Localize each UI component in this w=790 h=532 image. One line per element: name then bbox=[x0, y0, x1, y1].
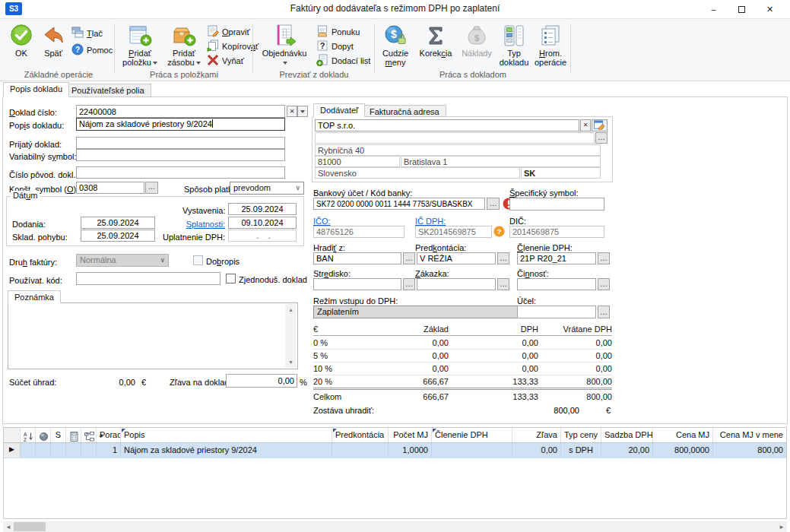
item-row-selected[interactable]: ▶ 1 Nájom za skladové priestory 9/2024 1… bbox=[4, 443, 786, 458]
pouzivat-kod-input[interactable] bbox=[76, 272, 221, 285]
predkontacia-input[interactable] bbox=[417, 252, 496, 264]
divider bbox=[313, 335, 612, 336]
supplier-line2-input[interactable] bbox=[315, 132, 595, 144]
specificky-symbol-input[interactable] bbox=[509, 198, 604, 211]
scroll-down-icon[interactable]: ▾ bbox=[285, 356, 297, 368]
hradit-z-picker-button[interactable]: … bbox=[403, 252, 415, 264]
stredisko-input[interactable] bbox=[313, 278, 401, 290]
back-button[interactable]: Späť bbox=[38, 24, 68, 58]
tab-popis-dokladu[interactable]: Popis dokladu bbox=[3, 82, 69, 97]
tab-poznamka[interactable]: Poznámka bbox=[8, 290, 61, 303]
horizontal-scrollbar[interactable]: ◂ ▸ bbox=[3, 521, 787, 532]
add-stock-button[interactable]: Pridať zásobu bbox=[164, 24, 204, 67]
predkontacia-picker-button[interactable]: … bbox=[497, 252, 509, 264]
sadzba-dph-column-header[interactable]: Sadzba DPH bbox=[601, 428, 653, 442]
tab-pouzivatelske-polia[interactable]: Používateľské polia bbox=[65, 84, 151, 97]
konst-symbol-picker-button[interactable]: … bbox=[145, 182, 158, 194]
remove-item-button[interactable]: Vyňať bbox=[207, 54, 244, 67]
tree-column-header[interactable] bbox=[81, 428, 97, 442]
typ-ceny-column-header[interactable]: Typ ceny bbox=[561, 428, 601, 442]
popis-column-header[interactable]: Popis bbox=[121, 428, 332, 442]
offer-button[interactable]: Ponuku bbox=[316, 25, 360, 38]
edit-item-button[interactable]: Opraviť bbox=[207, 25, 250, 38]
scroll-right-icon[interactable]: ▸ bbox=[776, 521, 787, 532]
ok-button[interactable]: OK bbox=[6, 24, 36, 58]
tab-fakturacna-adresa[interactable]: Fakturačná adresa bbox=[363, 105, 446, 117]
variabilny-symbol-input[interactable] bbox=[76, 149, 285, 161]
order-button[interactable]: Objednávku bbox=[259, 24, 310, 67]
zlava-input[interactable] bbox=[226, 374, 297, 388]
bank-account-input[interactable] bbox=[313, 198, 485, 210]
popis-dokladu-input[interactable]: Nájom za skladové priestory 9/2024 bbox=[76, 118, 285, 131]
poradie-column-header[interactable]: ▲Poradie bbox=[97, 428, 121, 442]
scroll-left-icon[interactable]: ◂ bbox=[3, 521, 14, 532]
close-button[interactable]: ✕ bbox=[756, 0, 784, 18]
pocet-mj-column-header[interactable]: Počet MJ bbox=[389, 428, 432, 442]
dodania-date-input[interactable] bbox=[81, 217, 155, 229]
inquiry-button[interactable]: ? Dopyt bbox=[316, 40, 354, 52]
uplatnenie-dph-date-input[interactable]: . . bbox=[228, 230, 297, 242]
cena-mj-column-header[interactable]: Cena MJ bbox=[653, 428, 713, 442]
supplier-country-field[interactable]: Slovensko bbox=[315, 167, 520, 179]
scroll-up-icon[interactable]: ▴ bbox=[285, 304, 297, 315]
tab-dodavatel[interactable]: Dodávateľ bbox=[313, 103, 365, 117]
bank-account-picker-button[interactable]: … bbox=[487, 198, 500, 210]
ic-dph-link[interactable]: IČ DPH: bbox=[415, 217, 446, 226]
add-item-button[interactable]: Pridať položku bbox=[120, 24, 160, 67]
calc-column-header[interactable] bbox=[66, 428, 81, 442]
doklad-cislo-clear-button[interactable]: ✕ bbox=[287, 106, 297, 117]
prijaty-doklad-input[interactable] bbox=[76, 137, 285, 149]
doklad-cislo-dropdown-button[interactable] bbox=[297, 106, 308, 117]
sklad-pohybu-date-input[interactable] bbox=[81, 230, 155, 242]
supplier-zip-field[interactable]: 81000 bbox=[315, 156, 400, 167]
s-column-header[interactable]: S bbox=[51, 428, 66, 442]
poznamka-scrollbar[interactable]: ▴ ▾ bbox=[285, 304, 297, 368]
supplier-country-code-field[interactable]: SK bbox=[521, 167, 601, 179]
copy-item-button[interactable]: Kopírovať bbox=[207, 40, 259, 52]
bulk-operations-button[interactable]: Hrom. operácie bbox=[532, 24, 569, 67]
foreign-currency-button[interactable]: $ Cudzie meny bbox=[377, 24, 414, 67]
supplier-edit-button[interactable] bbox=[592, 119, 608, 131]
predkontacia-column-header[interactable]: Predkontácia bbox=[332, 428, 389, 442]
cinnost-picker-button[interactable]: … bbox=[598, 278, 610, 290]
minimize-button[interactable]: – bbox=[700, 0, 728, 18]
konst-symbol-input[interactable] bbox=[76, 182, 144, 194]
splatnosti-date-input[interactable] bbox=[228, 217, 297, 229]
doklad-cislo-input[interactable] bbox=[76, 105, 285, 118]
supplier-street-field[interactable]: Rybničná 40 bbox=[315, 144, 601, 156]
zostava-uhradit-value: 800,00 bbox=[494, 406, 579, 415]
supplier-city-field[interactable]: Bratislava 1 bbox=[401, 156, 601, 167]
sphere-column-header[interactable] bbox=[36, 428, 51, 442]
clenenie-dph-input[interactable] bbox=[517, 252, 596, 264]
scrollbar-thumb[interactable] bbox=[14, 522, 46, 531]
document-type-button[interactable]: Typ dokladu bbox=[496, 24, 532, 67]
zakazka-picker-button[interactable]: … bbox=[497, 278, 509, 290]
zjednodus-checkbox[interactable] bbox=[226, 274, 236, 283]
maximize-button[interactable] bbox=[728, 0, 756, 18]
help-button[interactable]: ? Pomoc bbox=[71, 43, 113, 56]
supplier-name-input[interactable] bbox=[315, 119, 579, 131]
hradit-z-input[interactable] bbox=[313, 252, 401, 264]
rezim-vstupu-select[interactable]: Zaplatením∨ bbox=[313, 306, 535, 318]
stredisko-picker-button[interactable]: … bbox=[403, 278, 415, 290]
delivery-note-button[interactable]: Dodací list bbox=[316, 54, 370, 67]
cinnost-input[interactable] bbox=[517, 278, 596, 290]
sort-az-column-header[interactable]: AZ bbox=[21, 428, 36, 442]
zlava-column-header[interactable]: Zľava bbox=[512, 428, 561, 442]
supplier-clear-button[interactable]: ✕ bbox=[580, 119, 591, 131]
sposob-platby-select[interactable]: prevodom∨ bbox=[230, 182, 304, 195]
ucel-picker-button[interactable]: … bbox=[598, 306, 610, 318]
zakazka-input[interactable] bbox=[417, 278, 496, 290]
poznamka-textarea[interactable]: ▴ ▾ bbox=[8, 302, 298, 369]
ucel-input[interactable] bbox=[517, 306, 596, 318]
cislo-povod-input[interactable] bbox=[76, 166, 285, 179]
correction-button[interactable]: Korekcia bbox=[415, 24, 456, 58]
clenenie-dph-picker-button[interactable]: … bbox=[598, 252, 610, 264]
cena-mj-v-mene-column-header[interactable]: Cena MJ v mene bbox=[713, 428, 786, 442]
clenenie-dph-column-header[interactable]: Členenie DPH bbox=[432, 428, 512, 442]
print-button[interactable]: Tlač bbox=[71, 27, 103, 40]
supplier-picker-button[interactable]: … bbox=[595, 132, 608, 144]
splatnosti-link[interactable]: Splatnosti: bbox=[181, 220, 225, 229]
vystavenia-date-input[interactable] bbox=[228, 203, 297, 215]
ico-link[interactable]: IČO: bbox=[313, 217, 331, 226]
